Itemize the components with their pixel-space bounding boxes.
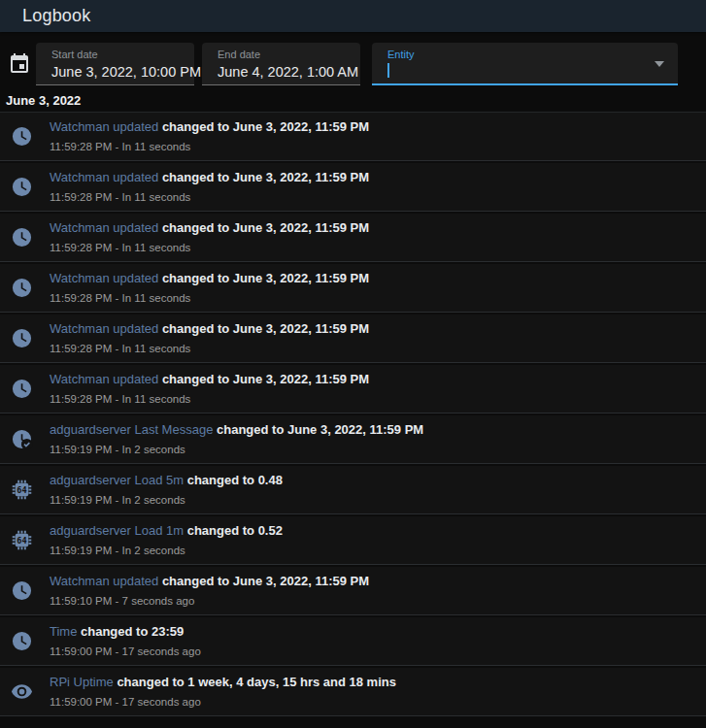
entity-link[interactable]: RPi Uptime <box>50 675 114 689</box>
clock-icon <box>10 276 34 300</box>
logbook-entry: Watchman updated changed to June 3, 2022… <box>0 113 706 161</box>
calendar-icon[interactable] <box>7 52 31 77</box>
entry-state: June 3, 2022, 11:59 PM <box>233 372 369 386</box>
entry-timestamp: 11:59:28 PM - In 11 seconds <box>50 290 369 306</box>
entry-action: changed to <box>162 170 229 184</box>
entity-link[interactable]: adguardserver Last Message <box>50 422 213 437</box>
entity-link[interactable]: Watchman updated <box>50 220 158 235</box>
filter-bar: Start date June 3, 2022, 10:00 PM End da… <box>0 43 706 85</box>
date-header: June 3, 2022 <box>0 92 706 110</box>
entry-action: changed to <box>117 675 184 689</box>
entry-timestamp: 11:59:28 PM - In 11 seconds <box>50 240 369 255</box>
entity-link[interactable]: Watchman updated <box>50 170 158 184</box>
entry-timestamp: 11:59:00 PM - 17 seconds ago <box>50 644 201 659</box>
entry-message: Time changed to 23:59 <box>50 623 201 641</box>
entry-timestamp: 11:59:19 PM - In 2 seconds <box>50 543 283 558</box>
entry-state: 0.52 <box>258 523 283 538</box>
logbook-entry: 64 adguardserver Load 5m changed to 0.48… <box>0 466 706 514</box>
entry-message: Watchman updated changed to June 3, 2022… <box>50 219 369 237</box>
logbook-entry: RPi Uptime changed to 1 week, 4 days, 15… <box>0 668 706 716</box>
logbook-list: Watchman updated changed to June 3, 2022… <box>0 112 706 716</box>
clock-icon <box>10 629 34 653</box>
entry-state: June 3, 2022, 11:59 PM <box>233 321 369 336</box>
clock-icon <box>10 225 34 249</box>
entry-state: 23:59 <box>151 624 184 639</box>
entry-message: adguardserver Load 1m changed to 0.52 <box>50 522 283 540</box>
entry-state: 1 week, 4 days, 15 hrs and 18 mins <box>187 675 396 689</box>
entity-link[interactable]: Watchman updated <box>50 372 158 386</box>
entry-message: adguardserver Last Message changed to Ju… <box>50 421 423 439</box>
start-date-value: June 3, 2022, 10:00 PM <box>51 62 179 83</box>
entry-message: RPi Uptime changed to 1 week, 4 days, 15… <box>50 674 396 691</box>
clock-icon <box>10 579 34 603</box>
entity-link[interactable]: Watchman updated <box>50 321 158 336</box>
end-date-field[interactable]: End date June 4, 2022, 1:00 AM <box>202 43 360 85</box>
logbook-entry: adguardserver Last Message changed to Ju… <box>0 415 706 464</box>
entry-state: June 3, 2022, 11:59 PM <box>287 422 423 437</box>
logbook-entry: Watchman updated changed to June 3, 2022… <box>0 214 706 262</box>
svg-text:64: 64 <box>17 536 26 546</box>
logbook-entry: Watchman updated changed to June 3, 2022… <box>0 314 706 363</box>
entry-state: June 3, 2022, 11:59 PM <box>233 574 369 588</box>
entry-timestamp: 11:59:10 PM - 7 seconds ago <box>50 593 369 609</box>
entity-link[interactable]: Watchman updated <box>50 271 158 285</box>
clock-icon <box>10 124 34 149</box>
clock-icon <box>10 377 34 401</box>
clock-check-icon <box>10 427 34 451</box>
start-date-label: Start date <box>51 49 179 61</box>
entry-message: Watchman updated changed to June 3, 2022… <box>50 169 369 186</box>
entry-state: June 3, 2022, 11:59 PM <box>233 271 369 285</box>
end-date-value: June 4, 2022, 1:00 AM <box>218 62 345 83</box>
entry-action: changed to <box>187 473 254 487</box>
entry-state: June 3, 2022, 11:59 PM <box>233 119 369 134</box>
entry-message: Watchman updated changed to June 3, 2022… <box>50 320 369 338</box>
logbook-entry: Watchman updated changed to June 3, 2022… <box>0 264 706 313</box>
entity-label: Entity <box>387 49 662 61</box>
entry-timestamp: 11:59:28 PM - In 11 seconds <box>50 391 369 407</box>
entry-action: changed to <box>217 422 284 437</box>
svg-text:64: 64 <box>17 485 26 495</box>
entity-link[interactable]: adguardserver Load 5m <box>50 473 184 487</box>
entity-link[interactable]: Watchman updated <box>50 574 158 588</box>
entity-link[interactable]: adguardserver Load 1m <box>50 523 184 538</box>
eye-icon <box>10 679 34 704</box>
entry-timestamp: 11:59:28 PM - In 11 seconds <box>50 189 369 205</box>
app-header: Logbook <box>0 0 706 32</box>
start-date-field[interactable]: Start date June 3, 2022, 10:00 PM <box>36 43 194 85</box>
entry-timestamp: 11:59:28 PM - In 11 seconds <box>50 341 369 356</box>
entry-action: changed to <box>162 271 229 285</box>
end-date-label: End date <box>218 49 345 61</box>
cpu-64-bit-icon: 64 <box>10 528 34 552</box>
entry-message: Watchman updated changed to June 3, 2022… <box>50 118 369 136</box>
entry-action: changed to <box>162 321 229 336</box>
entry-timestamp: 11:59:19 PM - In 2 seconds <box>50 442 423 457</box>
logbook-entry: Watchman updated changed to June 3, 2022… <box>0 567 706 615</box>
entity-link[interactable]: Watchman updated <box>50 119 158 134</box>
entry-action: changed to <box>162 119 229 134</box>
entry-timestamp: 11:59:19 PM - In 2 seconds <box>50 492 283 508</box>
text-cursor <box>387 63 389 78</box>
entity-combobox[interactable]: Entity <box>372 43 678 85</box>
entity-link[interactable]: Time <box>50 624 77 639</box>
clock-icon <box>10 326 34 350</box>
cpu-64-bit-icon: 64 <box>10 478 34 502</box>
entry-message: Watchman updated changed to June 3, 2022… <box>50 270 369 287</box>
chevron-down-icon[interactable] <box>655 61 664 67</box>
entry-message: adguardserver Load 5m changed to 0.48 <box>50 472 283 489</box>
logbook-entry: Watchman updated changed to June 3, 2022… <box>0 163 706 212</box>
clock-icon <box>10 175 34 199</box>
entry-action: changed to <box>162 574 229 588</box>
entry-message: Watchman updated changed to June 3, 2022… <box>50 371 369 388</box>
entry-action: changed to <box>162 220 229 235</box>
logbook-entry: Watchman updated changed to June 3, 2022… <box>0 365 706 414</box>
logbook-entry: 64 adguardserver Load 1m changed to 0.52… <box>0 516 706 565</box>
entry-action: changed to <box>162 372 229 386</box>
entry-state: June 3, 2022, 11:59 PM <box>233 170 369 184</box>
entry-action: changed to <box>81 624 148 639</box>
entry-state: 0.48 <box>258 473 283 487</box>
entry-timestamp: 11:59:00 PM - 17 seconds ago <box>50 694 396 710</box>
entry-action: changed to <box>187 523 254 538</box>
entry-timestamp: 11:59:28 PM - In 11 seconds <box>50 139 369 154</box>
page-title: Logbook <box>22 6 90 26</box>
logbook-entry: Time changed to 23:59 11:59:00 PM - 17 s… <box>0 617 706 666</box>
